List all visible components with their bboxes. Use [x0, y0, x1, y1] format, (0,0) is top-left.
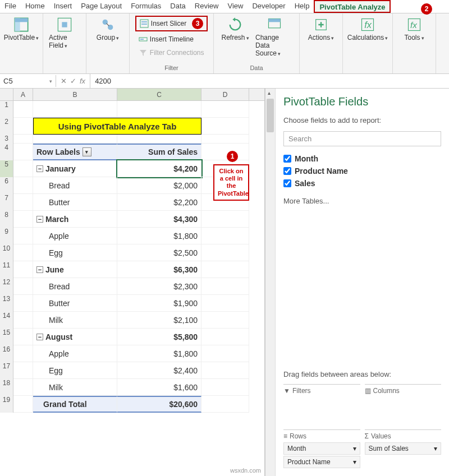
sheet-title: Using PivotTable Analyze Tab	[33, 118, 201, 135]
collapse-icon[interactable]: −	[36, 334, 43, 340]
tools-button[interactable]: fxTools	[397, 16, 431, 43]
rows-area[interactable]: ≡RowsMonth▾Product Name▾	[283, 429, 360, 469]
filters-area[interactable]: ▼Filters	[283, 384, 360, 425]
more-tables-link[interactable]: More Tables...	[283, 197, 441, 205]
table-row[interactable]: Milk	[33, 312, 117, 329]
tab-formulas[interactable]: Formulas	[126, 0, 166, 13]
table-row[interactable]: Egg	[33, 244, 117, 261]
sigma-icon: Σ	[365, 432, 369, 440]
table-row[interactable]: −January	[33, 160, 117, 177]
tab-developer[interactable]: Developer	[248, 0, 290, 13]
name-box[interactable]: C5▾	[0, 75, 56, 87]
columns-area[interactable]: ▥Columns	[365, 384, 442, 425]
formula-bar: C5▾ ✕✓fx 4200	[0, 74, 449, 89]
callout: 1Click on a cell in the PivotTable	[213, 164, 249, 201]
table-row[interactable]: Apple	[33, 345, 117, 362]
tab-view[interactable]: View	[223, 0, 248, 13]
table-row[interactable]: Bread	[33, 177, 117, 194]
field-checkbox[interactable]: Product Name	[283, 167, 441, 175]
tab-insert[interactable]: Insert	[49, 0, 77, 13]
area-pill[interactable]: Product Name▾	[283, 456, 360, 468]
badge-2: 2	[421, 3, 432, 15]
refresh-button[interactable]: Refresh	[218, 16, 252, 58]
tab-data[interactable]: Data	[166, 0, 190, 13]
table-row[interactable]: −June	[33, 261, 117, 278]
ribbon: PivotTable Active Field Group Insert Sli…	[0, 13, 449, 74]
table-row[interactable]: Bread	[33, 278, 117, 295]
pivottable-fields-pane: PivotTable Fields Choose fields to add t…	[275, 89, 449, 476]
svg-rect-13	[269, 19, 281, 22]
area-pill[interactable]: Sum of Sales▾	[365, 442, 442, 455]
svg-rect-2	[15, 18, 28, 22]
area-pill[interactable]: Month▾	[283, 442, 360, 455]
active-field-button[interactable]: Active Field	[48, 16, 81, 50]
filter-icon: ▼	[283, 387, 290, 395]
pane-title: PivotTable Fields	[283, 95, 441, 108]
tab-pivottable-analyze[interactable]: PivotTable Analyze	[314, 0, 391, 13]
ribbon-tabs: FileHomeInsertPage LayoutFormulasDataRev…	[0, 0, 449, 13]
table-row[interactable]: Apple	[33, 228, 117, 244]
tab-review[interactable]: Review	[190, 0, 223, 13]
field-checkbox[interactable]: Month	[283, 154, 441, 163]
collapse-icon[interactable]: −	[36, 266, 43, 273]
field-search[interactable]: Search	[283, 131, 441, 146]
filter-dropdown-icon[interactable]: ▾	[83, 147, 91, 156]
table-row[interactable]: −August	[33, 329, 117, 345]
collapse-icon[interactable]: −	[36, 165, 43, 172]
svg-rect-4	[62, 22, 67, 27]
svg-text:fx: fx	[364, 20, 372, 30]
insert-timeline-button[interactable]: Insert Timeline	[135, 34, 208, 45]
values-area[interactable]: ΣValuesSum of Sales▾	[365, 429, 442, 469]
rows-icon: ≡	[283, 432, 287, 440]
svg-rect-9	[141, 24, 147, 25]
badge-3: 3	[192, 18, 203, 29]
columns-icon: ▥	[365, 387, 371, 395]
group-button[interactable]: Group	[91, 16, 125, 43]
pivottable-button[interactable]: PivotTable	[4, 16, 38, 43]
worksheet[interactable]: A B C D 1 2Using PivotTable Analyze Tab …	[0, 89, 265, 476]
calculations-button[interactable]: fxCalculations	[347, 16, 388, 43]
actions-button[interactable]: Actions	[304, 16, 338, 43]
table-row[interactable]: Egg	[33, 362, 117, 379]
watermark: wsxdn.com	[230, 467, 261, 474]
insert-slicer-button[interactable]: Insert Slicer3	[135, 16, 208, 31]
svg-rect-8	[141, 21, 147, 22]
tab-file[interactable]: File	[0, 0, 21, 13]
tab-page-layout[interactable]: Page Layout	[76, 0, 126, 13]
svg-rect-11	[140, 39, 144, 40]
svg-text:fx: fx	[410, 20, 418, 30]
filter-connections-button: Filter Connections	[135, 47, 208, 58]
tab-help[interactable]: Help	[290, 0, 314, 13]
collapse-icon[interactable]: −	[36, 216, 43, 223]
field-checkbox[interactable]: Sales	[283, 179, 441, 188]
change-data-source-button[interactable]: Change Data Source	[254, 16, 295, 58]
cancel-icon[interactable]: ✕	[61, 77, 67, 85]
header-row-labels[interactable]: Row Labels▾	[33, 144, 117, 160]
tab-home[interactable]: Home	[21, 0, 49, 13]
table-row[interactable]: Butter	[33, 295, 117, 312]
table-row[interactable]: −March	[33, 211, 117, 228]
table-row[interactable]: Butter	[33, 194, 117, 211]
fx-icon[interactable]: fx	[80, 77, 85, 85]
table-row[interactable]: Milk	[33, 379, 117, 396]
vertical-scrollbar[interactable]	[265, 89, 275, 476]
formula-input[interactable]: 4200	[90, 75, 449, 87]
enter-icon[interactable]: ✓	[70, 77, 76, 85]
